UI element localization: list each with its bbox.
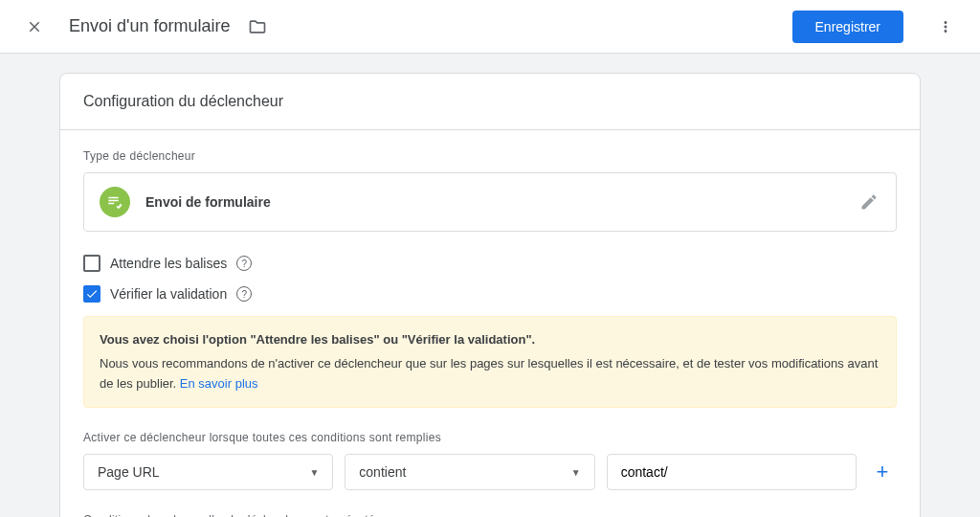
trigger-name: Envoi de formulaire xyxy=(145,194,842,210)
close-icon xyxy=(26,18,43,35)
trigger-type-label: Type de déclencheur xyxy=(83,149,897,163)
warning-title: Vous avez choisi l'option "Attendre les … xyxy=(100,330,880,350)
more-button[interactable] xyxy=(926,8,965,46)
condition-value-input[interactable] xyxy=(607,454,857,490)
learn-more-link[interactable]: En savoir plus xyxy=(180,376,258,391)
fires-on-label: Conditions dans lesquelles le déclencheu… xyxy=(83,513,897,517)
variable-select-value: Page URL xyxy=(98,464,160,480)
folder-icon[interactable] xyxy=(246,15,269,38)
condition-row: Page URL ▼ contient ▼ + xyxy=(83,454,897,490)
operator-select[interactable]: contient ▼ xyxy=(345,454,594,490)
check-validation-label: Vérifier la validation xyxy=(110,286,227,302)
variable-select[interactable]: Page URL ▼ xyxy=(83,454,333,490)
form-submit-icon xyxy=(100,187,130,217)
save-button[interactable]: Enregistrer xyxy=(792,11,903,43)
add-condition-button[interactable]: + xyxy=(868,460,897,484)
fires-on-section: Conditions dans lesquelles le déclencheu… xyxy=(83,513,897,517)
page-title: Envoi d'un formulaire xyxy=(69,16,231,36)
header-bar: Envoi d'un formulaire Enregistrer xyxy=(0,0,980,54)
operator-select-value: contient xyxy=(359,464,406,480)
checkmark-icon xyxy=(85,287,99,301)
help-icon[interactable]: ? xyxy=(236,286,252,302)
help-icon[interactable]: ? xyxy=(236,256,252,271)
wait-for-tags-label: Attendre les balises xyxy=(110,256,227,271)
close-button[interactable] xyxy=(15,8,54,46)
check-validation-row: Vérifier la validation ? xyxy=(83,285,897,303)
chevron-down-icon: ▼ xyxy=(571,467,581,478)
warning-box: Vous avez choisi l'option "Attendre les … xyxy=(83,316,897,408)
trigger-card: Configuration du déclencheur Type de déc… xyxy=(59,73,921,517)
wait-for-tags-checkbox[interactable] xyxy=(83,255,100,272)
check-validation-checkbox[interactable] xyxy=(83,285,100,303)
card-title: Configuration du déclencheur xyxy=(60,74,920,130)
trigger-type-box: Envoi de formulaire xyxy=(83,172,897,232)
more-vert-icon xyxy=(937,18,954,35)
conditions-label: Activer ce déclencheur lorsque toutes ce… xyxy=(83,431,897,444)
wait-for-tags-row: Attendre les balises ? xyxy=(83,255,897,272)
pencil-icon xyxy=(859,192,879,212)
edit-trigger-button[interactable] xyxy=(858,191,880,214)
chevron-down-icon: ▼ xyxy=(309,467,319,478)
